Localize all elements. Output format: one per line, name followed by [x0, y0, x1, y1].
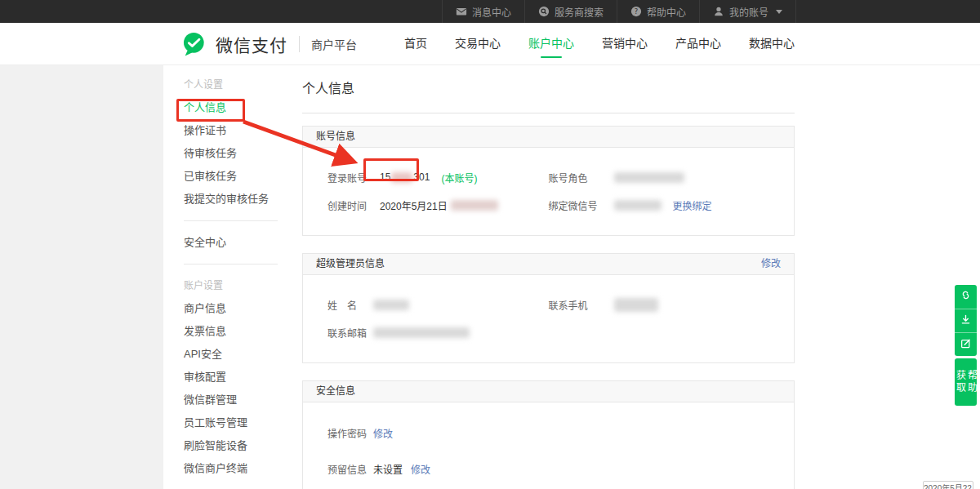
security-info-card: 安全信息 操作密码 修改 预留信息 未设置 修改 预留信息是由你自己设置的一段文… — [302, 380, 795, 489]
get-help-button[interactable]: 获取帮助 — [955, 358, 977, 406]
sidebar-item-reviewed-tasks[interactable]: 已审核任务 — [184, 165, 282, 188]
redacted-created-time — [451, 200, 498, 211]
nav-item-products[interactable]: 产品中心 — [675, 34, 721, 58]
search-icon — [538, 6, 550, 17]
redacted-wechat-id — [614, 200, 662, 211]
nav-item-home[interactable]: 首页 — [404, 34, 427, 58]
sidebar-item-staff-account-mgmt[interactable]: 员工账号管理 — [184, 411, 282, 434]
topbar: 消息中心 服务商搜索 ? 帮助中心 我的账号 — [0, 0, 980, 23]
sidebar-item-my-submitted-tasks[interactable]: 我提交的审核任务 — [184, 188, 282, 211]
nav-item-marketing[interactable]: 营销中心 — [602, 34, 648, 58]
bound-wechat-label: 绑定微信号 — [549, 198, 614, 212]
account-role-field: 账号角色 — [549, 171, 770, 184]
card-title: 账号信息 — [316, 127, 355, 147]
created-time-field: 创建时间 2020年5月21日 — [327, 198, 549, 212]
admin-email-label: 联系邮箱 — [327, 326, 373, 340]
nav-item-account-center[interactable]: 账户中心 — [528, 34, 574, 58]
reserved-info-label: 预留信息 — [327, 462, 373, 476]
topbar-item-label: 消息中心 — [472, 5, 511, 19]
topbar-item-label: 服务商搜索 — [555, 5, 604, 19]
main-content: 个人信息 账号信息 登录账号 15 301 (本账号) 账号角色 — [302, 65, 795, 489]
page-title: 个人信息 — [302, 78, 795, 97]
wechat-pay-logo — [181, 31, 209, 57]
sidebar-item-personal-info[interactable]: 个人信息 — [184, 96, 282, 119]
password-modify-link[interactable]: 修改 — [373, 426, 393, 440]
topbar-item-help[interactable]: ? 帮助中心 — [617, 0, 699, 23]
sidebar: 个人设置 个人信息 操作证书 待审核任务 已审核任务 我提交的审核任务 安全中心… — [163, 65, 282, 489]
super-admin-card-header: 超级管理员信息 修改 — [303, 254, 794, 275]
admin-name-label: 姓 名 — [327, 298, 373, 312]
admin-name-field: 姓 名 — [327, 298, 549, 312]
page-left-gutter — [0, 65, 163, 489]
operation-password-label: 操作密码 — [327, 426, 373, 440]
reserved-info-value: 未设置 — [373, 462, 403, 476]
sidebar-section-personal-settings: 个人设置 — [184, 73, 282, 96]
sidebar-item-face-devices[interactable]: 刷脸智能设备 — [184, 434, 282, 457]
date-popup: 2020年5月22日 — [923, 481, 973, 489]
reserved-modify-link[interactable]: 修改 — [411, 462, 430, 476]
brand-subtitle: 商户平台 — [311, 36, 357, 52]
sidebar-section-account-settings: 账户设置 — [184, 274, 282, 297]
card-title: 超级管理员信息 — [316, 254, 385, 274]
floating-button-group — [955, 285, 977, 356]
chevron-down-icon — [776, 10, 782, 14]
sidebar-divider — [184, 220, 278, 221]
sidebar-item-pending-review-tasks[interactable]: 待审核任务 — [184, 142, 282, 165]
brand: 微信支付 商户平台 — [181, 31, 357, 57]
svg-text:?: ? — [635, 7, 638, 16]
sidebar-divider — [184, 264, 278, 265]
active-tab-underline — [541, 56, 562, 58]
account-info-card-header: 账号信息 — [303, 127, 794, 148]
topbar-item-label: 帮助中心 — [647, 5, 686, 19]
current-account-tag: (本账号) — [441, 171, 477, 184]
download-button[interactable] — [955, 309, 977, 332]
brand-name: 微信支付 — [216, 32, 287, 56]
reserved-info-row: 预留信息 未设置 修改 — [327, 454, 769, 483]
sidebar-item-api-security[interactable]: API安全 — [184, 343, 282, 366]
redacted-admin-email — [373, 327, 470, 338]
user-icon — [713, 6, 724, 17]
download-icon — [960, 313, 972, 329]
created-time-label: 创建时间 — [327, 198, 373, 212]
topbar-item-sp-search[interactable]: 服务商搜索 — [524, 0, 617, 23]
topbar-item-messages[interactable]: 消息中心 — [442, 0, 524, 23]
redacted-login-digits — [391, 172, 412, 183]
change-binding-link[interactable]: 更换绑定 — [673, 198, 712, 212]
admin-email-field: 联系邮箱 — [327, 326, 549, 340]
help-icon: ? — [630, 6, 642, 17]
login-account-value: 15 301 — [373, 167, 436, 188]
sidebar-item-merchant-info[interactable]: 商户信息 — [184, 297, 282, 320]
sidebar-item-operation-certificate[interactable]: 操作证书 — [184, 119, 282, 142]
sidebar-item-security-center[interactable]: 安全中心 — [184, 231, 282, 254]
feedback-button[interactable] — [955, 332, 977, 356]
admin-modify-link[interactable]: 修改 — [761, 254, 781, 274]
admin-phone-label: 联系手机 — [549, 298, 614, 312]
mail-icon — [456, 6, 467, 17]
redacted-admin-phone — [614, 298, 658, 312]
nav-item-data-center[interactable]: 数据中心 — [749, 34, 795, 58]
sidebar-item-wechat-group-mgmt[interactable]: 微信群管理 — [184, 389, 282, 411]
login-account-field: 登录账号 15 301 (本账号) — [327, 167, 549, 188]
nav-item-transactions[interactable]: 交易中心 — [455, 34, 501, 58]
account-info-card-body: 登录账号 15 301 (本账号) 账号角色 创建时间 2020年5月21日 — [303, 148, 794, 235]
operation-password-row: 操作密码 修改 — [327, 418, 769, 447]
floating-help-widget: 获取帮助 — [955, 285, 977, 406]
account-role-label: 账号角色 — [549, 171, 614, 184]
topbar-item-my-account[interactable]: 我的账号 — [699, 0, 796, 23]
sidebar-item-review-config[interactable]: 审核配置 — [184, 366, 282, 389]
link-icon — [960, 289, 972, 305]
card-title: 安全信息 — [316, 381, 355, 402]
account-info-card: 账号信息 登录账号 15 301 (本账号) 账号角色 — [302, 126, 795, 236]
sidebar-item-merchant-terminal[interactable]: 微信商户终端 — [184, 457, 282, 480]
super-admin-card-body: 姓 名 联系手机 联系邮箱 — [303, 275, 794, 362]
security-info-card-header: 安全信息 — [303, 381, 794, 402]
title-rule — [302, 113, 795, 113]
login-account-label: 登录账号 — [327, 171, 373, 184]
main-nav: 首页 交易中心 账户中心 营销中心 产品中心 数据中心 — [376, 34, 795, 58]
redacted-account-role — [614, 172, 684, 183]
bound-wechat-field: 绑定微信号 更换绑定 — [549, 198, 770, 212]
quick-link-button[interactable] — [955, 285, 977, 309]
redacted-admin-name — [373, 300, 409, 310]
sidebar-item-invoice-info[interactable]: 发票信息 — [184, 320, 282, 343]
admin-phone-field: 联系手机 — [549, 298, 770, 312]
